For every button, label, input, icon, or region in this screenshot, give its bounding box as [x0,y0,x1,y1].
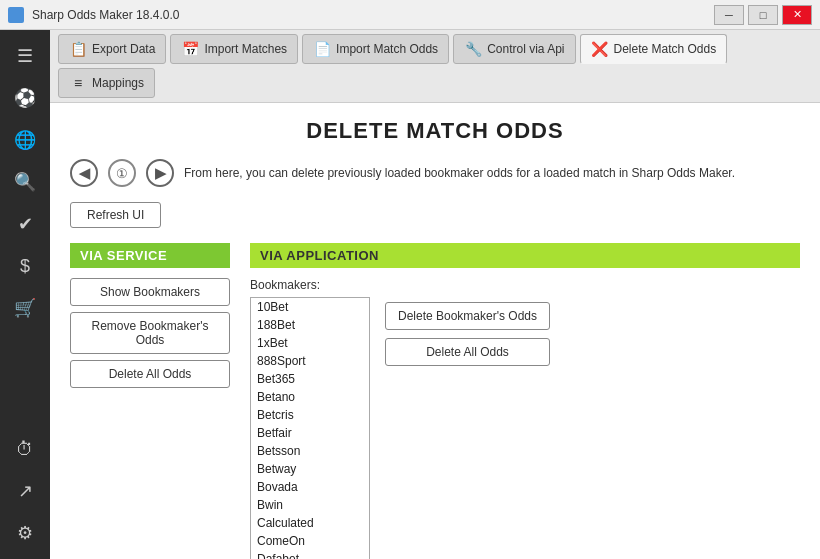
delete-match-odds-tab[interactable]: ❌ Delete Match Odds [580,34,728,64]
delete-all-odds-service-button[interactable]: Delete All Odds [70,360,230,388]
minimize-button[interactable]: ─ [714,5,744,25]
mappings-icon: ≡ [69,74,87,92]
step-indicator: ① [108,159,136,187]
app-buttons: Delete Bookmaker's Odds Delete All Odds [385,297,550,366]
gear-icon[interactable]: ⚙ [7,515,43,551]
list-item[interactable]: 888Sport [251,352,369,370]
app-title: Sharp Odds Maker 18.4.0.0 [32,8,179,22]
next-button[interactable]: ▶ [146,159,174,187]
nav-row: ◀ ① ▶ From here, you can delete previous… [70,159,800,187]
content-area: DELETE MATCH ODDS ◀ ① ▶ From here, you c… [50,103,820,559]
cart-icon[interactable]: 🛒 [7,290,43,326]
via-service-section: VIA SERVICE Show Bookmakers Remove Bookm… [70,243,230,394]
title-bar: Sharp Odds Maker 18.4.0.0 ─ □ ✕ [0,0,820,30]
list-item[interactable]: 188Bet [251,316,369,334]
via-application-header: VIA APPLICATION [250,243,800,268]
list-item[interactable]: Betcris [251,406,369,424]
export-data-tab[interactable]: 📋 Export Data [58,34,166,64]
delete-match-odds-icon: ❌ [591,40,609,58]
app-icon [8,7,24,23]
list-item[interactable]: Betfair [251,424,369,442]
page-title: DELETE MATCH ODDS [70,118,800,144]
show-bookmakers-button[interactable]: Show Bookmakers [70,278,230,306]
globe-icon[interactable]: 🌐 [7,122,43,158]
mappings-tab[interactable]: ≡ Mappings [58,68,155,98]
control-via-api-icon: 🔧 [464,40,482,58]
import-match-odds-tab[interactable]: 📄 Import Match Odds [302,34,449,64]
export-icon[interactable]: ↗ [7,473,43,509]
list-item[interactable]: Betway [251,460,369,478]
import-match-odds-icon: 📄 [313,40,331,58]
delete-bookmaker-odds-button[interactable]: Delete Bookmaker's Odds [385,302,550,330]
prev-button[interactable]: ◀ [70,159,98,187]
bookmakers-label: Bookmakers: [250,278,800,292]
toolbar: 📋 Export Data 📅 Import Matches 📄 Import … [50,30,820,103]
list-item[interactable]: Bet365 [251,370,369,388]
speed-icon[interactable]: ⏱ [7,431,43,467]
window-controls: ─ □ ✕ [714,5,812,25]
search-icon[interactable]: 🔍 [7,164,43,200]
dollar-icon[interactable]: $ [7,248,43,284]
list-item[interactable]: Calculated [251,514,369,532]
delete-all-odds-app-button[interactable]: Delete All Odds [385,338,550,366]
main-content: 📋 Export Data 📅 Import Matches 📄 Import … [50,30,820,559]
control-via-api-tab[interactable]: 🔧 Control via Api [453,34,575,64]
list-item[interactable]: 1xBet [251,334,369,352]
remove-bookmaker-odds-button[interactable]: Remove Bookmaker's Odds [70,312,230,354]
import-matches-icon: 📅 [181,40,199,58]
export-data-icon: 📋 [69,40,87,58]
list-item[interactable]: ComeOn [251,532,369,550]
maximize-button[interactable]: □ [748,5,778,25]
import-matches-tab[interactable]: 📅 Import Matches [170,34,298,64]
soccer-icon[interactable]: ⚽ [7,80,43,116]
list-item[interactable]: Betano [251,388,369,406]
list-item[interactable]: Bovada [251,478,369,496]
check-icon[interactable]: ✔ [7,206,43,242]
bookmakers-list[interactable]: 10Bet188Bet1xBet888SportBet365BetanoBetc… [250,297,370,559]
sections-row: VIA SERVICE Show Bookmakers Remove Bookm… [70,243,800,559]
list-item[interactable]: 10Bet [251,298,369,316]
bookmakers-row: 10Bet188Bet1xBet888SportBet365BetanoBetc… [250,297,800,559]
list-item[interactable]: Dafabet [251,550,369,559]
menu-icon[interactable]: ☰ [7,38,43,74]
close-button[interactable]: ✕ [782,5,812,25]
nav-description: From here, you can delete previously loa… [184,166,800,180]
list-item[interactable]: Betsson [251,442,369,460]
via-application-section: VIA APPLICATION Bookmakers: 10Bet188Bet1… [250,243,800,559]
refresh-button[interactable]: Refresh UI [70,202,161,228]
sidebar: ☰ ⚽ 🌐 🔍 ✔ $ 🛒 ⏱ ↗ ⚙ [0,30,50,559]
list-item[interactable]: Bwin [251,496,369,514]
via-service-header: VIA SERVICE [70,243,230,268]
